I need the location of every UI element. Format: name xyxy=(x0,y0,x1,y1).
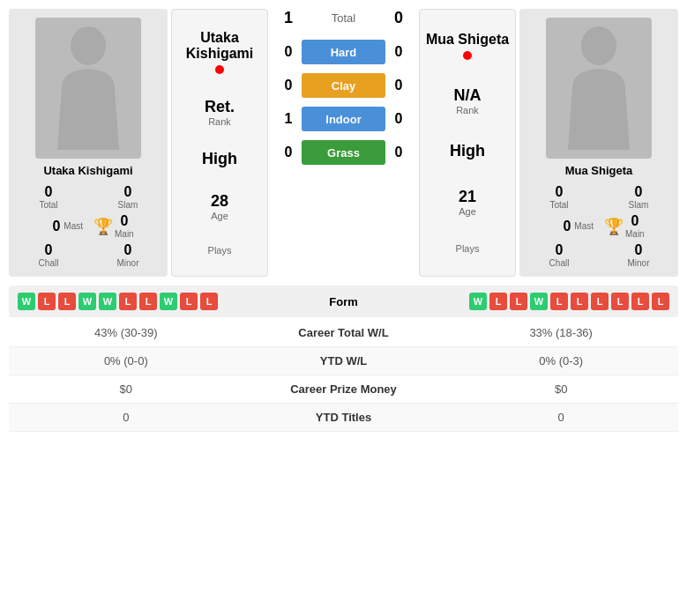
right-age-value: 21 xyxy=(459,188,476,206)
right-player-box: Mua Shigeta 0 Total 0 Slam 0 Mast 🏆 xyxy=(519,9,678,277)
left-player-stats: 0 Total 0 Slam 0 Mast 🏆 0 Main xyxy=(14,184,162,268)
right-mast-label: Mast xyxy=(574,221,594,231)
left-plays-stat: Plays xyxy=(208,245,232,256)
court-clay-btn: Clay xyxy=(302,73,385,98)
right-trophy-icon: 🏆 xyxy=(604,217,624,236)
form-badge-left-l: L xyxy=(119,293,137,310)
right-rank-stat: N/A Rank xyxy=(454,86,482,115)
left-red-dot xyxy=(215,65,224,74)
right-plays-stat: Plays xyxy=(456,243,480,254)
court-indoor-btn: Indoor xyxy=(302,107,385,131)
stats-left-3: 0 xyxy=(9,404,243,432)
form-badge-left-l: L xyxy=(58,293,76,310)
right-slam-value: 0 xyxy=(635,184,643,200)
form-badge-right-w: W xyxy=(469,293,487,310)
left-high-stat: High xyxy=(202,150,237,168)
right-player-stats: 0 Total 0 Slam 0 Mast 🏆 0 Main xyxy=(525,184,673,268)
left-chall-label: Chall xyxy=(39,258,59,268)
stats-left-0: 43% (30-39) xyxy=(9,319,243,347)
stats-row-1: 0% (0-0)YTD W/L0% (0-3) xyxy=(9,347,678,375)
stats-right-3: 0 xyxy=(444,404,678,432)
stats-center-1: YTD W/L xyxy=(243,347,444,375)
court-hard-right-score: 0 xyxy=(385,44,412,60)
stats-row-0: 43% (30-39)Career Total W/L33% (18-36) xyxy=(9,319,678,347)
left-chall-value: 0 xyxy=(45,242,53,258)
right-chall-value: 0 xyxy=(556,242,564,258)
court-indoor-row: 1 Indoor 0 xyxy=(275,107,412,131)
stats-center-0: Career Total W/L xyxy=(243,319,444,347)
left-player-name: Utaka Kishigami xyxy=(43,164,132,177)
form-badges-right: WLLWLLLLLL xyxy=(379,293,670,310)
right-minor-label: Minor xyxy=(627,258,649,268)
right-player-avatar xyxy=(546,18,652,159)
form-badge-right-l: L xyxy=(489,293,507,310)
form-badge-right-l: L xyxy=(611,293,629,310)
court-grass-row: 0 Grass 0 xyxy=(275,140,412,165)
right-minor-stat: 0 Minor xyxy=(604,242,673,268)
left-main-value: 0 xyxy=(120,213,128,229)
right-plays-label: Plays xyxy=(456,243,480,254)
left-main-label: Main xyxy=(115,229,134,239)
court-hard-row: 0 Hard 0 xyxy=(275,40,412,64)
left-minor-stat: 0 Minor xyxy=(93,242,162,268)
main-container: Utaka Kishigami 0 Total 0 Slam 0 Mast 🏆 xyxy=(0,0,687,441)
left-mid-box: UtakaKishigami Ret. Rank High 28 Age Pla… xyxy=(171,9,268,277)
left-slam-value: 0 xyxy=(124,184,132,200)
right-total-stat: 0 Total xyxy=(525,184,594,210)
right-rank-label: Rank xyxy=(454,105,482,115)
stats-center-3: YTD Titles xyxy=(243,404,444,432)
svg-point-0 xyxy=(71,26,106,65)
left-title-name: UtakaKishigami xyxy=(186,30,253,62)
left-mast-stat: 0 Mast xyxy=(14,213,83,239)
form-badge-right-l: L xyxy=(571,293,588,310)
court-hard-left-score: 0 xyxy=(275,44,302,60)
total-score-left: 1 xyxy=(275,9,302,27)
court-grass-btn: Grass xyxy=(302,140,385,165)
stats-left-2: $0 xyxy=(9,375,243,404)
left-minor-label: Minor xyxy=(116,258,138,268)
court-hard-btn: Hard xyxy=(302,40,385,64)
left-total-label: Total xyxy=(39,200,57,210)
form-badge-right-l: L xyxy=(631,293,649,310)
right-title-name: Mua Shigeta xyxy=(426,32,509,48)
form-badge-right-l: L xyxy=(550,293,568,310)
right-age-label: Age xyxy=(459,206,476,217)
right-minor-value: 0 xyxy=(635,242,643,258)
left-total-stat: 0 Total xyxy=(14,184,83,210)
stats-left-1: 0% (0-0) xyxy=(9,347,243,375)
left-high-value: High xyxy=(202,150,237,168)
left-mast-label: Mast xyxy=(63,221,83,231)
form-badge-left-w: W xyxy=(99,293,116,310)
court-indoor-left-score: 1 xyxy=(275,111,302,127)
form-label: Form xyxy=(309,295,379,308)
total-label: Total xyxy=(302,11,385,25)
right-mid-box: Mua Shigeta N/A Rank High 21 Age Plays xyxy=(419,9,516,277)
right-main-value: 0 xyxy=(631,213,638,229)
court-clay-right-score: 0 xyxy=(385,78,412,93)
stats-right-2: $0 xyxy=(444,375,678,404)
left-rank-value: Ret. xyxy=(205,98,235,116)
left-slam-label: Slam xyxy=(118,200,138,210)
stats-row-2: $0Career Prize Money$0 xyxy=(9,375,678,404)
court-indoor-right-score: 0 xyxy=(385,111,412,127)
form-badge-right-w: W xyxy=(530,293,548,310)
court-clay-left-score: 0 xyxy=(275,78,302,93)
right-main-stat: 🏆 0 Main xyxy=(604,213,673,239)
stats-row-3: 0YTD Titles0 xyxy=(9,404,678,432)
left-chall-stat: 0 Chall xyxy=(14,242,83,268)
form-section: WLLWWLLWLL Form WLLWLLLLLL xyxy=(9,286,678,317)
form-badge-right-l: L xyxy=(510,293,527,310)
left-player-box: Utaka Kishigami 0 Total 0 Slam 0 Mast 🏆 xyxy=(9,9,168,277)
form-badge-left-w: W xyxy=(78,293,96,310)
players-section: Utaka Kishigami 0 Total 0 Slam 0 Mast 🏆 xyxy=(9,9,678,277)
stats-right-0: 33% (18-36) xyxy=(444,319,678,347)
center-courts: 1 Total 0 0 Hard 0 0 Clay 0 1 Indoor 0 xyxy=(272,9,415,277)
total-row: 1 Total 0 xyxy=(275,9,412,27)
form-badge-left-l: L xyxy=(180,293,198,310)
left-trophy-icon: 🏆 xyxy=(93,217,113,236)
left-minor-value: 0 xyxy=(124,242,132,258)
left-player-title: UtakaKishigami xyxy=(186,30,253,74)
left-age-label: Age xyxy=(211,211,228,221)
right-red-dot xyxy=(463,51,472,60)
court-grass-left-score: 0 xyxy=(275,145,302,160)
